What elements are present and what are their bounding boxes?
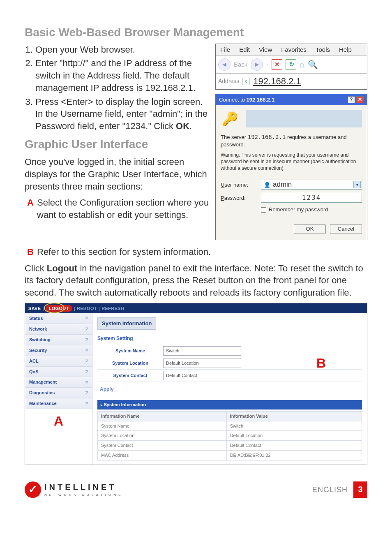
letter-b-label: B <box>25 246 37 258</box>
sidebar-item-diagnostics[interactable]: Diagnostics▽ <box>25 388 92 398</box>
main-title: System Information <box>97 317 156 330</box>
remember-label: Remember my password <box>269 206 328 213</box>
step-3c: . <box>189 121 192 131</box>
address-value[interactable]: 192.168.2.1 <box>253 75 301 88</box>
heading-gui: Graphic User Interface <box>25 137 210 152</box>
password-value: 1234 <box>264 193 359 202</box>
row-label-name: System Name <box>97 346 163 356</box>
gui-topbar: SAVE | LOGOUT | REBOOT | REFRESH <box>25 303 367 314</box>
system-setting-header: System Setting <box>97 334 362 343</box>
info-value-2: Default Contact <box>226 441 362 451</box>
menu-tools[interactable]: Tools <box>311 44 334 56</box>
address-label: Address <box>218 77 239 85</box>
menu-favorites[interactable]: Favorites <box>277 44 311 56</box>
logo-mark-icon: ✓ <box>25 481 41 498</box>
password-field[interactable]: 1234 <box>261 193 362 203</box>
forward-icon[interactable]: ► <box>251 58 263 71</box>
back-icon[interactable]: ◄ <box>218 58 231 71</box>
username-field[interactable]: 👤 admin ▾ <box>261 180 362 190</box>
gui-screenshot: SAVE | LOGOUT | REBOOT | REFRESH Status▽… <box>25 303 367 465</box>
login-dialog: Connect to 192.168.2.1 ? ✕ 🔑 The server … <box>215 94 367 240</box>
stop-icon[interactable]: ✕ <box>272 59 282 70</box>
info-head-name: Information Name <box>98 411 227 421</box>
sidebar-item-network[interactable]: Network▽ <box>25 324 92 335</box>
search-icon[interactable]: 🔍 <box>308 59 318 70</box>
brand-sub: NETWORK SOLUTIONS <box>44 493 123 497</box>
system-location-input[interactable]: Default Location <box>163 359 241 368</box>
topbar-reboot[interactable]: REBOOT <box>77 305 97 312</box>
login-warning: Warning: This server is requesting that … <box>221 152 362 172</box>
home-icon[interactable]: ⌂ <box>300 59 304 70</box>
login-titlebar: Connect to 192.168.2.1 ? ✕ <box>216 94 367 106</box>
apply-button[interactable]: Apply <box>97 382 362 397</box>
step-2: Enter "http://" and the IP address of th… <box>35 57 210 94</box>
gui-main: B System Information System Setting Syst… <box>92 313 367 465</box>
brand-name: INTELLINET <box>44 482 123 493</box>
toolbar-sep: - <box>266 60 268 69</box>
logout-paragraph: Click Logout in the navigation panel to … <box>25 262 367 299</box>
browser-mock: File Edit View Favorites Tools Help ◄ Ba… <box>215 44 367 90</box>
sidebar-item-status[interactable]: Status▽ <box>25 313 92 324</box>
info-value-1: Default Location <box>226 431 362 441</box>
sidebar-item-security[interactable]: Security▽ <box>25 345 92 356</box>
gui-intro: Once you've logged in, the initial scree… <box>25 156 210 192</box>
row-label-contact: System Contact <box>97 371 163 380</box>
info-name-3: MAC Address <box>98 451 227 460</box>
back-label: Back <box>234 60 247 69</box>
step-1: Open your Web browser. <box>35 44 210 56</box>
row-label-location: System Location <box>97 359 163 368</box>
sidebar-item-management[interactable]: Management▽ <box>25 377 92 388</box>
steps-list: Open your Web browser. Enter "http://" a… <box>25 44 210 132</box>
login-title-ip: 192.168.2.1 <box>247 97 275 103</box>
close-icon[interactable]: ✕ <box>356 96 364 103</box>
info-value-3: DE:AD:BE:EF:01:02 <box>226 451 362 460</box>
sidebar-item-qos[interactable]: QoS▽ <box>25 367 92 377</box>
letter-a-label: A <box>25 197 37 221</box>
login-msg-ip: 192.168.2.1 <box>248 134 286 140</box>
step-3: Press <Enter> to display the login scree… <box>35 96 210 132</box>
menu-view[interactable]: View <box>254 44 277 56</box>
heading-basic: Basic Web-Based Browser Management <box>25 25 367 40</box>
person-icon: 👤 <box>264 181 270 189</box>
keys-icon: 🔑 <box>221 109 240 128</box>
sidebar-item-acl[interactable]: ACL▽ <box>25 356 92 367</box>
info-name-1: System Location <box>98 431 227 441</box>
info-name-0: System Name <box>98 421 227 431</box>
logout-bold: Logout <box>47 263 78 273</box>
callout-a: A <box>25 409 92 433</box>
dropdown-icon[interactable]: ▾ <box>353 181 361 188</box>
refresh-icon[interactable]: ↻ <box>286 59 296 70</box>
info-bar: System Information <box>97 400 362 410</box>
topbar-refresh[interactable]: REFRESH <box>101 305 124 312</box>
topbar-logout[interactable]: LOGOUT <box>46 305 72 312</box>
logo: ✓ INTELLINET NETWORK SOLUTIONS <box>25 481 123 498</box>
menu-file[interactable]: File <box>216 44 235 56</box>
step-3-ok: OK <box>176 121 189 131</box>
language-label: ENGLISH <box>312 485 348 495</box>
menu-help[interactable]: Help <box>334 44 356 56</box>
menubar: File Edit View Favorites Tools Help <box>216 44 367 56</box>
topbar-save[interactable]: SAVE <box>28 305 41 312</box>
info-name-2: System Contact <box>98 441 227 451</box>
info-head-value: Information Value <box>226 411 362 421</box>
login-banner <box>246 110 362 127</box>
remember-checkbox[interactable] <box>261 207 266 213</box>
logout-a: Click <box>25 263 47 273</box>
info-table: Information NameInformation Value System… <box>97 411 362 460</box>
username-label: User name: <box>221 181 257 189</box>
login-message: The server 192.168.2.1 requires a userna… <box>221 133 362 148</box>
menu-edit[interactable]: Edit <box>235 44 254 56</box>
cancel-button[interactable]: Cancel <box>330 224 362 234</box>
help-icon[interactable]: ? <box>348 96 355 103</box>
info-value-0: Switch <box>226 421 362 431</box>
page-number: 3 <box>353 481 367 498</box>
sidebar-item-maintenance[interactable]: Maintenance▽ <box>25 398 92 409</box>
sidebar-item-switching[interactable]: Switching▽ <box>25 335 92 345</box>
letter-a-text: Select the Configuration section where y… <box>37 197 210 221</box>
login-title-prefix: Connect to <box>219 97 247 103</box>
password-label: Password: <box>221 194 257 202</box>
ok-button[interactable]: OK <box>294 224 326 234</box>
toolbar: ◄ Back ► - ✕ ↻ ⌂ 🔍 <box>216 56 367 74</box>
system-name-input[interactable]: Switch <box>163 346 241 356</box>
system-contact-input[interactable]: Default Contact <box>163 371 241 380</box>
